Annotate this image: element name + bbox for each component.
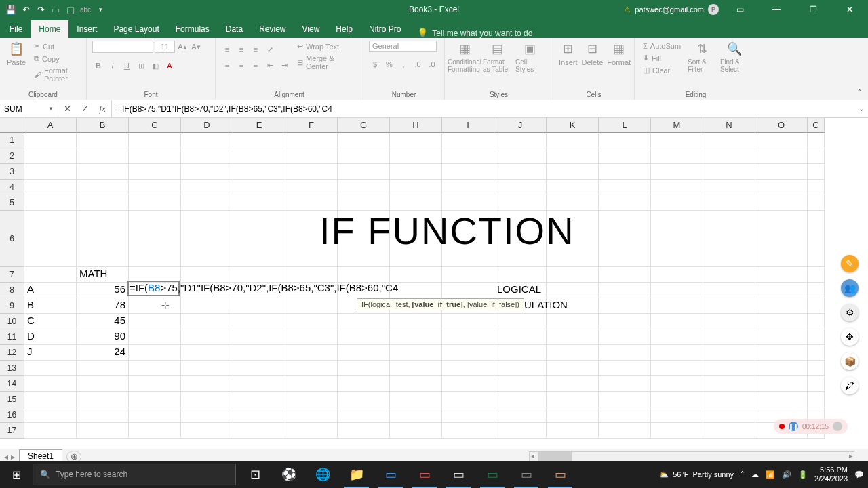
- taskbar-app-5[interactable]: ▭: [442, 461, 475, 488]
- cell-D3[interactable]: [181, 164, 233, 180]
- cell-K3[interactable]: [547, 164, 599, 180]
- cell-F9[interactable]: [285, 298, 338, 314]
- cell-B12[interactable]: 24: [77, 345, 129, 361]
- col-header-O[interactable]: O: [755, 118, 808, 133]
- cell-J15[interactable]: [494, 392, 547, 407]
- cell-H14[interactable]: [390, 376, 442, 392]
- col-header-C[interactable]: C: [808, 118, 825, 133]
- col-header-B[interactable]: B: [77, 118, 129, 133]
- cell-L13[interactable]: [599, 361, 651, 376]
- cell-O13[interactable]: [755, 361, 808, 376]
- cell-H15[interactable]: [390, 392, 442, 407]
- cell-I14[interactable]: [442, 376, 494, 392]
- cell-O9[interactable]: [755, 298, 808, 314]
- cell-L10[interactable]: [599, 314, 651, 329]
- cell-N9[interactable]: [703, 298, 755, 314]
- cell-B3[interactable]: [77, 164, 129, 180]
- grow-font-icon[interactable]: A▴: [176, 41, 189, 53]
- cell-B9[interactable]: 78: [77, 298, 129, 314]
- cell-L11[interactable]: [599, 329, 651, 345]
- cell-M12[interactable]: [651, 345, 703, 361]
- cell-C13[interactable]: [129, 361, 181, 376]
- cell-O8[interactable]: [755, 283, 808, 298]
- cell-B5[interactable]: [77, 195, 129, 211]
- cell-D16[interactable]: [181, 407, 233, 423]
- cell-H12[interactable]: [390, 345, 442, 361]
- cell-G3[interactable]: [338, 164, 390, 180]
- edit-float-icon[interactable]: ✎: [841, 255, 859, 272]
- cell-L9[interactable]: [599, 298, 651, 314]
- cell-K11[interactable]: [547, 329, 599, 345]
- ribbon-display-icon[interactable]: ▭: [724, 0, 755, 19]
- cell-L6[interactable]: [599, 211, 651, 267]
- taskbar-app-3[interactable]: ▭: [374, 461, 407, 488]
- format-painter-button[interactable]: 🖌Format Painter: [31, 65, 81, 84]
- cell-M5[interactable]: [651, 195, 703, 211]
- cell-N15[interactable]: [703, 392, 755, 407]
- cell-C3[interactable]: [808, 164, 825, 180]
- redo-icon[interactable]: ↷: [35, 4, 46, 15]
- cell-M3[interactable]: [651, 164, 703, 180]
- cell-C15[interactable]: [129, 392, 181, 407]
- box-float-icon[interactable]: 📦: [841, 352, 859, 370]
- cell-F7[interactable]: [285, 267, 338, 283]
- cell-L3[interactable]: [599, 164, 651, 180]
- cell-O6[interactable]: [755, 211, 808, 267]
- inc-decimal-icon[interactable]: .0: [412, 58, 424, 70]
- col-header-G[interactable]: G: [338, 118, 390, 133]
- cell-C6[interactable]: [808, 211, 825, 267]
- cell-A11[interactable]: D: [24, 329, 77, 345]
- expand-formula-bar-icon[interactable]: ⌄: [854, 100, 868, 117]
- cell-D4[interactable]: [181, 180, 233, 195]
- cell-A4[interactable]: [24, 180, 77, 195]
- cell-B2[interactable]: [77, 148, 129, 164]
- cell-A13[interactable]: [24, 361, 77, 376]
- cell-M13[interactable]: [651, 361, 703, 376]
- align-center-icon[interactable]: ≡: [235, 59, 248, 71]
- col-header-M[interactable]: M: [651, 118, 703, 133]
- comma-icon[interactable]: ,: [397, 58, 410, 70]
- cell-A1[interactable]: [24, 133, 77, 148]
- cell-I4[interactable]: [442, 180, 494, 195]
- find-select-button[interactable]: 🔍Find & Select: [720, 41, 749, 73]
- pause-recording-button[interactable]: ❚❚: [789, 422, 798, 431]
- enter-formula-button[interactable]: ✓: [76, 104, 94, 114]
- cell-E15[interactable]: [233, 392, 285, 407]
- cell-H13[interactable]: [390, 361, 442, 376]
- cell-C1[interactable]: [808, 133, 825, 148]
- cell-C1[interactable]: [129, 133, 181, 148]
- cell-F3[interactable]: [285, 164, 338, 180]
- taskbar-app-6[interactable]: ▭: [510, 461, 542, 488]
- cell-A6[interactable]: [24, 211, 77, 267]
- cell-N14[interactable]: [703, 376, 755, 392]
- undo-icon[interactable]: ↶: [20, 4, 31, 15]
- cell-O14[interactable]: [755, 376, 808, 392]
- cell-C12[interactable]: [129, 345, 181, 361]
- cell-C6[interactable]: [129, 211, 181, 267]
- row-header-16[interactable]: 16: [0, 407, 24, 423]
- cell-J10[interactable]: [494, 314, 547, 329]
- cell-D15[interactable]: [181, 392, 233, 407]
- cell-E10[interactable]: [233, 314, 285, 329]
- cell-E7[interactable]: [233, 267, 285, 283]
- cell-A17[interactable]: [24, 423, 77, 439]
- cell-K14[interactable]: [547, 376, 599, 392]
- cell-C16[interactable]: [129, 407, 181, 423]
- cell-N16[interactable]: [703, 407, 755, 423]
- cell-E6[interactable]: [233, 211, 285, 267]
- cell-D10[interactable]: [181, 314, 233, 329]
- cell-C17[interactable]: [129, 423, 181, 439]
- cell-E11[interactable]: [233, 329, 285, 345]
- row-header-5[interactable]: 5: [0, 195, 24, 211]
- orientation-icon[interactable]: ⤢: [264, 43, 276, 56]
- row-header-8[interactable]: 8: [0, 283, 24, 298]
- cell-K12[interactable]: [547, 345, 599, 361]
- cell-C5[interactable]: [129, 195, 181, 211]
- minimize-button[interactable]: —: [761, 0, 792, 19]
- cell-C14[interactable]: [129, 376, 181, 392]
- tab-file[interactable]: File: [1, 20, 31, 38]
- cell-D17[interactable]: [181, 423, 233, 439]
- border-button[interactable]: ⊞: [135, 60, 147, 72]
- row-header-13[interactable]: 13: [0, 361, 24, 376]
- gear-float-icon[interactable]: ⚙: [841, 304, 859, 321]
